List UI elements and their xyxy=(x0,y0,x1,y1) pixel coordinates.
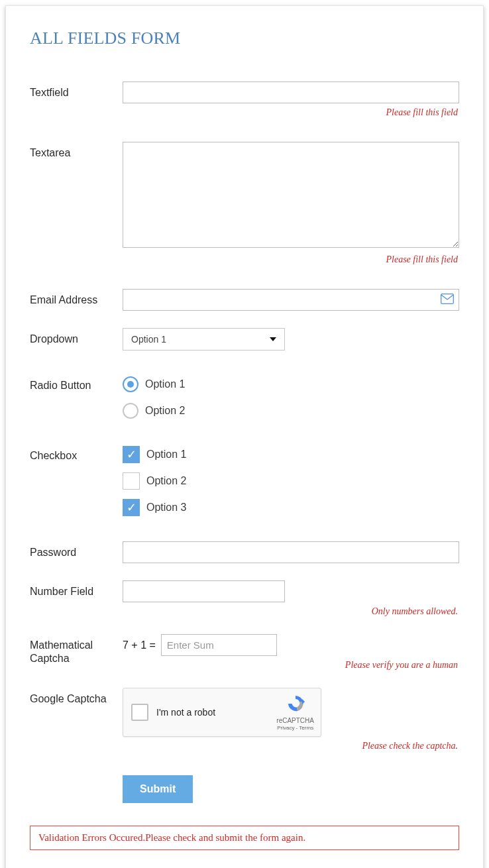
row-checkbox: Checkbox ✓ Option 1 Option 2 ✓ Option 3 xyxy=(30,445,459,524)
svg-marker-1 xyxy=(302,699,305,704)
recaptcha-checkbox[interactable] xyxy=(131,704,148,721)
envelope-icon xyxy=(441,294,454,307)
row-dropdown: Dropdown Option 1 xyxy=(30,328,459,351)
form-card: ALL FIELDS FORM Textfield Please fill th… xyxy=(5,5,484,868)
radio-circle-icon xyxy=(123,403,138,419)
row-number: Number Field Only numbers allowed. xyxy=(30,580,459,617)
chevron-down-icon xyxy=(270,337,276,341)
label-radio: Radio Button xyxy=(30,374,123,392)
checkbox-option-1[interactable]: ✓ Option 1 xyxy=(123,445,459,464)
email-input[interactable] xyxy=(123,289,459,311)
recaptcha-brand-label: reCAPTCHA xyxy=(276,717,314,725)
checkbox-option-3-label: Option 3 xyxy=(146,502,186,514)
row-textfield: Textfield Please fill this field xyxy=(30,81,459,118)
global-error: Validation Errors Occured.Please check a… xyxy=(30,826,459,850)
radio-option-1-label: Option 1 xyxy=(145,378,185,390)
recaptcha-legal: Privacy - Terms xyxy=(276,725,314,732)
mathcaptcha-error: Please verify you are a human xyxy=(123,656,459,671)
label-number: Number Field xyxy=(30,580,123,598)
radio-circle-icon xyxy=(123,376,138,392)
checkbox-icon xyxy=(123,472,140,490)
radio-option-1[interactable]: Option 1 xyxy=(123,374,459,394)
mathcaptcha-question: 7 + 1 = xyxy=(123,639,156,651)
svg-rect-0 xyxy=(441,294,454,303)
label-mathcaptcha: Mathematical Captcha xyxy=(30,634,123,665)
label-gcaptcha: Google Captcha xyxy=(30,688,123,706)
recaptcha-text: I'm not a robot xyxy=(148,707,276,718)
radio-option-2-label: Option 2 xyxy=(145,405,185,417)
label-dropdown: Dropdown xyxy=(30,328,123,346)
recaptcha-icon xyxy=(286,694,305,714)
password-input[interactable] xyxy=(123,541,459,563)
textarea-input[interactable] xyxy=(123,142,459,248)
dropdown-select[interactable]: Option 1 xyxy=(123,328,285,351)
label-email: Email Address xyxy=(30,289,123,307)
radio-option-2[interactable]: Option 2 xyxy=(123,401,459,421)
label-password: Password xyxy=(30,541,123,559)
row-mathcaptcha: Mathematical Captcha 7 + 1 = Please veri… xyxy=(30,634,459,671)
checkbox-option-2[interactable]: Option 2 xyxy=(123,471,459,491)
submit-button[interactable]: Submit xyxy=(123,775,193,803)
row-submit: Submit xyxy=(30,775,459,803)
row-radio: Radio Button Option 1 Option 2 xyxy=(30,374,459,427)
checkbox-icon: ✓ xyxy=(123,499,140,516)
textfield-error: Please fill this field xyxy=(123,103,459,118)
checkbox-option-2-label: Option 2 xyxy=(146,475,186,487)
checkbox-option-3[interactable]: ✓ Option 3 xyxy=(123,498,459,517)
row-email: Email Address xyxy=(30,289,459,311)
mathcaptcha-input[interactable] xyxy=(161,634,277,656)
row-textarea: Textarea Please fill this field xyxy=(30,142,459,265)
dropdown-selected: Option 1 xyxy=(131,334,166,345)
row-password: Password xyxy=(30,541,459,563)
row-gcaptcha: Google Captcha I'm not a robot reCAPTCHA… xyxy=(30,688,459,751)
number-input[interactable] xyxy=(123,580,285,602)
label-checkbox: Checkbox xyxy=(30,445,123,462)
label-textarea: Textarea xyxy=(30,142,123,160)
form-title: ALL FIELDS FORM xyxy=(30,28,459,48)
checkbox-option-1-label: Option 1 xyxy=(146,449,186,461)
textarea-error: Please fill this field xyxy=(123,250,459,265)
label-textfield: Textfield xyxy=(30,81,123,99)
gcaptcha-error: Please check the captcha. xyxy=(123,737,459,751)
textfield-input[interactable] xyxy=(123,81,459,103)
recaptcha-widget[interactable]: I'm not a robot reCAPTCHA Privacy - Term… xyxy=(123,688,321,737)
recaptcha-brand: reCAPTCHA Privacy - Terms xyxy=(276,694,314,731)
checkbox-icon: ✓ xyxy=(123,446,140,463)
number-error: Only numbers allowed. xyxy=(123,602,459,617)
